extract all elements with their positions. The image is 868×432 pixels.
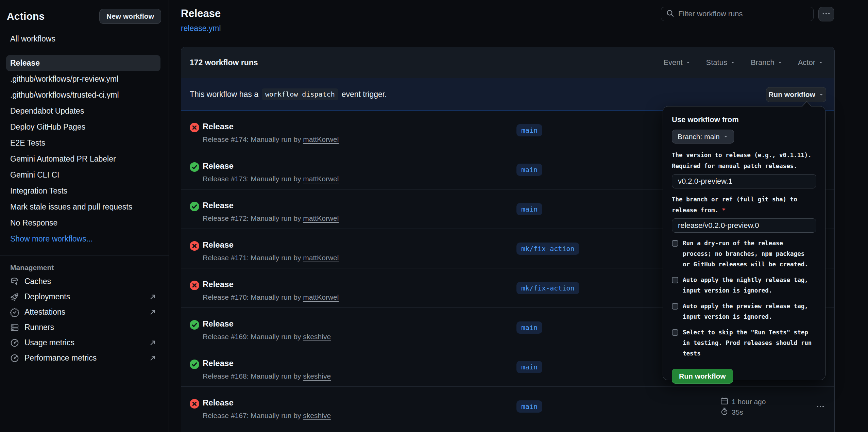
external-link-icon xyxy=(149,309,156,316)
branch-badge[interactable]: main xyxy=(516,124,542,136)
ref-field-label: The branch or ref (full git sha) to rele… xyxy=(672,194,816,216)
workflow-file-link[interactable]: release.yml xyxy=(181,24,221,33)
dialog-checkbox-label[interactable]: Auto apply the preview release tag, inpu… xyxy=(683,301,814,322)
filter-workflow-runs-field[interactable] xyxy=(661,7,814,21)
page-title: Actions xyxy=(7,11,45,22)
sidebar-divider xyxy=(0,52,169,52)
run-description: Release #172: Manually run by mattKorwel xyxy=(203,214,339,222)
branch-badge[interactable]: main xyxy=(516,164,542,176)
run-description: Release #174: Manually run by mattKorwel xyxy=(203,135,339,144)
run-workflow-dialog: Use workflow from Branch: main The versi… xyxy=(663,106,826,380)
run-title-link[interactable]: Release xyxy=(203,398,234,408)
success-icon xyxy=(190,202,199,211)
success-icon xyxy=(190,162,199,172)
sidebar-workflow-item[interactable]: .github/workflows/trusted-ci.yml xyxy=(6,87,160,103)
banner-text-prefix: This workflow has a xyxy=(190,90,258,99)
dialog-checkbox[interactable] xyxy=(672,303,678,310)
meter-icon xyxy=(10,338,19,347)
filter-workflow-runs-input[interactable] xyxy=(678,10,809,18)
new-workflow-button[interactable]: New workflow xyxy=(99,9,161,24)
success-status-icon xyxy=(190,202,199,211)
run-workflow-dropdown-button[interactable]: Run workflow xyxy=(766,87,826,102)
failure-icon xyxy=(190,281,199,290)
run-title-link[interactable]: Release xyxy=(203,280,234,289)
management-item-performance-metrics[interactable]: Performance metrics xyxy=(6,350,160,366)
dialog-checkbox-label[interactable]: Select to skip the "Run Tests" step in t… xyxy=(683,327,814,359)
run-description: Release #168: Manually run by skeshive xyxy=(203,372,331,380)
workflow-run-row[interactable]: Release Release #167: Manually run by sk… xyxy=(181,387,834,426)
run-workflow-submit-button[interactable]: Run workflow xyxy=(672,369,733,384)
kebab-horizontal-icon xyxy=(816,402,825,411)
run-title-link[interactable]: Release xyxy=(203,319,234,329)
actor-link[interactable]: mattKorwel xyxy=(303,175,339,183)
run-title-link[interactable]: Release xyxy=(203,122,234,131)
management-list: CachesDeploymentsAttestationsRunnersUsag… xyxy=(0,274,169,366)
filter-branch-dropdown[interactable]: Branch xyxy=(751,58,782,67)
dialog-checkbox[interactable] xyxy=(672,240,678,247)
workflow-list: Release.github/workflows/pr-review.yml.g… xyxy=(6,55,160,231)
stopwatch-icon xyxy=(720,408,728,417)
sidebar-workflow-item[interactable]: Dependabot Updates xyxy=(6,103,160,119)
filter-actor-dropdown[interactable]: Actor xyxy=(798,58,823,67)
branch-badge[interactable]: main xyxy=(516,321,542,334)
sidebar-workflow-item[interactable]: No Response xyxy=(6,215,160,231)
success-status-icon xyxy=(190,162,199,172)
chevron-down-icon xyxy=(778,60,782,65)
management-item-runners[interactable]: Runners xyxy=(6,320,160,335)
management-item-usage-metrics[interactable]: Usage metrics xyxy=(6,335,160,350)
actor-link[interactable]: mattKorwel xyxy=(303,293,339,301)
chevron-down-icon xyxy=(819,92,824,97)
sidebar-item-all-workflows[interactable]: All workflows xyxy=(6,31,160,47)
run-title-link[interactable]: Release xyxy=(203,359,234,368)
sidebar-workflow-item[interactable]: Mark stale issues and pull requests xyxy=(6,199,160,215)
runs-panel-header: 172 workflow runs EventStatusBranchActor xyxy=(181,47,834,78)
branch-badge[interactable]: main xyxy=(516,361,542,373)
filter-status-dropdown[interactable]: Status xyxy=(706,58,735,67)
actor-link[interactable]: skeshive xyxy=(303,333,331,340)
filter-event-dropdown[interactable]: Event xyxy=(663,58,690,67)
actor-link[interactable]: mattKorwel xyxy=(303,214,339,222)
run-description: Release #170: Manually run by mattKorwel xyxy=(203,293,339,301)
actor-link[interactable]: skeshive xyxy=(303,412,331,419)
actor-link[interactable]: skeshive xyxy=(303,372,331,380)
server-icon xyxy=(10,323,19,332)
branch-selector-button[interactable]: Branch: main xyxy=(672,130,734,144)
sidebar-workflow-item[interactable]: Gemini Automated PR Labeler xyxy=(6,151,160,167)
ref-input[interactable] xyxy=(672,218,816,233)
branch-badge[interactable]: main xyxy=(516,203,542,215)
meter-icon xyxy=(10,354,19,363)
failure-icon xyxy=(190,241,199,251)
external-link-icon xyxy=(149,354,156,362)
management-item-caches[interactable]: Caches xyxy=(6,274,160,289)
run-title-link[interactable]: Release xyxy=(203,240,234,250)
sidebar-workflow-item[interactable]: E2E Tests xyxy=(6,135,160,151)
sidebar-workflow-item[interactable]: Gemini CLI CI xyxy=(6,167,160,183)
workflow-options-kebab-button[interactable] xyxy=(818,7,834,21)
management-item-attestations[interactable]: Attestations xyxy=(6,304,160,320)
failure-icon xyxy=(190,399,199,409)
dialog-checkbox-list: Run a dry-run of the release process; no… xyxy=(672,238,816,359)
dialog-checkbox[interactable] xyxy=(672,277,678,283)
branch-badge[interactable]: mk/fix-action xyxy=(516,282,579,294)
branch-badge[interactable]: mk/fix-action xyxy=(516,243,579,255)
run-title-link[interactable]: Release xyxy=(203,161,234,171)
run-meta: 1 hour ago 35s xyxy=(720,396,766,417)
success-icon xyxy=(190,360,199,369)
run-kebab-button[interactable] xyxy=(811,400,830,413)
sidebar-workflow-item[interactable]: .github/workflows/pr-review.yml xyxy=(6,71,160,87)
dialog-checkbox-label[interactable]: Run a dry-run of the release process; no… xyxy=(683,238,814,270)
show-more-workflows-link[interactable]: Show more workflows... xyxy=(6,231,160,247)
run-title-link[interactable]: Release xyxy=(203,201,234,210)
workflow-dispatch-code: workflow_dispatch xyxy=(262,88,338,100)
actor-link[interactable]: mattKorwel xyxy=(303,135,339,143)
sidebar-workflow-item[interactable]: Deploy GitHub Pages xyxy=(6,119,160,135)
management-item-deployments[interactable]: Deployments xyxy=(6,289,160,304)
sidebar-workflow-item[interactable]: Release xyxy=(6,55,160,71)
run-description: Release #167: Manually run by skeshive xyxy=(203,412,331,420)
dialog-checkbox[interactable] xyxy=(672,329,678,336)
version-input[interactable] xyxy=(672,174,816,188)
sidebar-workflow-item[interactable]: Integration Tests xyxy=(6,183,160,199)
actor-link[interactable]: mattKorwel xyxy=(303,254,339,262)
dialog-checkbox-label[interactable]: Auto apply the nightly release tag, inpu… xyxy=(683,275,814,296)
branch-badge[interactable]: main xyxy=(516,400,542,413)
